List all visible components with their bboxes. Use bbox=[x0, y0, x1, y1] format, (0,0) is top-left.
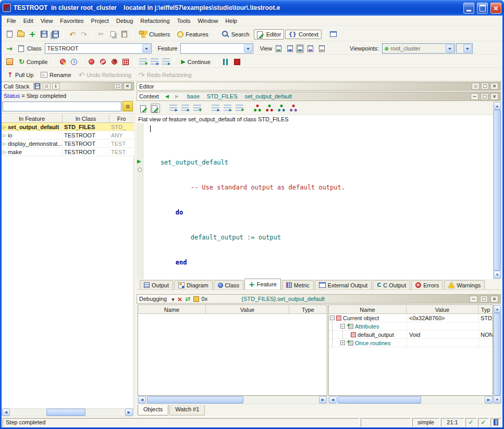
titlebar[interactable]: TESTROOT in cluster root_cluster located… bbox=[0, 0, 504, 16]
homonyms-icon[interactable] bbox=[234, 103, 244, 113]
toggle-editable-icon[interactable] bbox=[151, 104, 160, 113]
code-line[interactable]: -- Use standard output as default output… bbox=[145, 183, 345, 192]
add-project-icon[interactable] bbox=[27, 29, 38, 40]
close-panel-button[interactable] bbox=[490, 93, 498, 100]
watch-grid[interactable]: Name Value Type bbox=[138, 305, 327, 396]
set-stack-depth-button[interactable] bbox=[122, 101, 133, 111]
breadcrumb-feature[interactable]: set_output_default bbox=[244, 93, 292, 99]
scroll-down-icon[interactable]: ▼ bbox=[494, 271, 501, 279]
minimize-button[interactable] bbox=[463, 3, 474, 14]
object-tree-row[interactable]: Once routines bbox=[329, 339, 493, 347]
code-text[interactable]: set_output_default -- Use standard outpu… bbox=[145, 125, 345, 283]
breadcrumb-library[interactable]: base bbox=[187, 93, 200, 99]
save-call-stack-button[interactable] bbox=[33, 83, 41, 90]
disable-breakpoints-icon[interactable] bbox=[97, 57, 108, 67]
project-settings-icon[interactable] bbox=[4, 57, 15, 67]
close-button[interactable] bbox=[490, 3, 501, 14]
object-tree-row[interactable]: Current object <0x32A8760> STD_ bbox=[329, 314, 493, 322]
column-from[interactable]: Fro bbox=[109, 114, 133, 122]
menu-favorites[interactable]: Favorites bbox=[56, 16, 87, 26]
scroll-left-icon[interactable]: ◀ bbox=[138, 396, 146, 403]
code-line[interactable]: default_output := output bbox=[145, 233, 345, 242]
call-stack-row[interactable]: display_demonstrat... TESTROOT TEST bbox=[2, 140, 134, 148]
breakpoint-slot-icon[interactable] bbox=[138, 168, 142, 172]
editor-header[interactable]: Editor bbox=[137, 82, 501, 91]
code-line[interactable]: do bbox=[145, 208, 345, 217]
contract-view-icon[interactable] bbox=[305, 43, 315, 54]
minimize-panel-button[interactable] bbox=[471, 93, 478, 100]
ancestors-icon[interactable] bbox=[252, 103, 263, 113]
send-to-icon[interactable] bbox=[4, 43, 15, 54]
tab-external-output[interactable]: External Output bbox=[315, 280, 372, 289]
clusters-button[interactable]: Clusters bbox=[136, 29, 173, 39]
clients-icon[interactable] bbox=[276, 103, 287, 113]
tab-errors[interactable]: Errors bbox=[411, 280, 443, 289]
interface-view-icon[interactable] bbox=[316, 43, 327, 54]
tab-metric[interactable]: Metric bbox=[282, 280, 314, 289]
tab-feature[interactable]: Feature bbox=[244, 279, 281, 289]
scroll-right-icon[interactable]: ▶ bbox=[319, 396, 327, 403]
pull-up-button[interactable]: Pull Up bbox=[4, 70, 36, 80]
tab-output[interactable]: Output bbox=[140, 280, 173, 289]
save-icon[interactable] bbox=[39, 29, 49, 40]
open-file-icon[interactable] bbox=[16, 29, 26, 40]
editor-toggle-button[interactable]: Editor bbox=[254, 29, 285, 40]
close-panel-button[interactable] bbox=[124, 83, 131, 90]
collapse-icon[interactable] bbox=[340, 324, 345, 329]
remove-breakpoints-icon[interactable] bbox=[109, 57, 119, 67]
dropdown-arrow-icon[interactable] bbox=[244, 44, 252, 53]
menu-file[interactable]: File bbox=[3, 16, 20, 26]
tab-diagram[interactable]: Diagram bbox=[174, 280, 213, 289]
callees-icon[interactable] bbox=[180, 103, 190, 113]
assigners-icon[interactable] bbox=[192, 103, 202, 113]
watch-grid-hscrollbar[interactable]: ◀ ▶ bbox=[138, 396, 327, 404]
call-stack-header[interactable]: Call Stack bbox=[2, 82, 134, 91]
call-stack-row[interactable]: set_output_default STD_FILES STD_ bbox=[2, 123, 134, 131]
call-stack-row[interactable]: io TESTROOT ANY bbox=[2, 131, 134, 140]
maximize-panel-button[interactable] bbox=[114, 83, 122, 90]
edit-feature-icon[interactable] bbox=[139, 103, 149, 113]
call-stack-hscrollbar[interactable]: ◀ ▶ bbox=[2, 408, 133, 417]
class-combobox[interactable]: TESTROOT bbox=[45, 43, 152, 54]
code-editor[interactable]: set_output_default -- Use standard outpu… bbox=[137, 123, 493, 279]
menu-window[interactable]: Window bbox=[194, 16, 222, 26]
maximize-button[interactable] bbox=[477, 3, 488, 14]
step-into-icon[interactable] bbox=[138, 57, 148, 67]
step-out-icon[interactable] bbox=[161, 57, 171, 67]
breadcrumb-class[interactable]: STD_FILES bbox=[207, 93, 238, 99]
column-type[interactable]: Type bbox=[289, 305, 327, 313]
rename-button[interactable]: Rename bbox=[38, 70, 74, 80]
object-tree-row[interactable]: default_output Void NON bbox=[329, 331, 493, 339]
assignees-icon[interactable] bbox=[210, 103, 220, 113]
debug-info-icon[interactable] bbox=[69, 57, 79, 67]
enable-breakpoints-icon[interactable] bbox=[86, 57, 96, 67]
stack-depth-input[interactable] bbox=[3, 102, 121, 111]
suppliers-icon[interactable] bbox=[288, 103, 299, 113]
maximize-panel-button[interactable] bbox=[480, 296, 488, 302]
scrollbar-thumb[interactable] bbox=[46, 409, 85, 416]
collapse-icon[interactable] bbox=[330, 316, 335, 320]
context-toggle-button[interactable]: Context bbox=[285, 30, 322, 39]
column-name[interactable]: Name bbox=[329, 305, 407, 313]
sync-context-icon[interactable] bbox=[186, 296, 191, 302]
code-line[interactable]: set_output_default bbox=[145, 158, 345, 167]
basic-text-view-icon[interactable] bbox=[273, 43, 284, 54]
scroll-up-icon[interactable]: ▲ bbox=[494, 305, 501, 313]
continue-button[interactable]: Continue bbox=[178, 57, 214, 67]
column-in-feature[interactable]: In Feature bbox=[2, 114, 63, 122]
scroll-left-icon[interactable]: ◀ bbox=[329, 396, 337, 403]
menu-view[interactable]: View bbox=[37, 16, 57, 26]
tab-c-output[interactable]: C Output bbox=[373, 280, 410, 289]
column-in-class[interactable]: In Class bbox=[63, 114, 109, 122]
editor-vscrollbar[interactable]: ▲ ▼ bbox=[493, 102, 501, 279]
exception-handling-icon[interactable] bbox=[57, 57, 68, 67]
scroll-down-icon[interactable]: ▼ bbox=[494, 396, 501, 403]
external-commands-icon[interactable] bbox=[328, 29, 339, 40]
tab-watch-1[interactable]: Watch #1 bbox=[169, 405, 205, 415]
callers-icon[interactable] bbox=[168, 103, 178, 113]
column-name[interactable]: Name bbox=[138, 305, 206, 313]
dock-panel-button[interactable] bbox=[52, 83, 60, 90]
menu-project[interactable]: Project bbox=[88, 16, 113, 26]
scrollbar-thumb[interactable] bbox=[147, 396, 243, 403]
flat-view-icon[interactable] bbox=[296, 44, 304, 53]
